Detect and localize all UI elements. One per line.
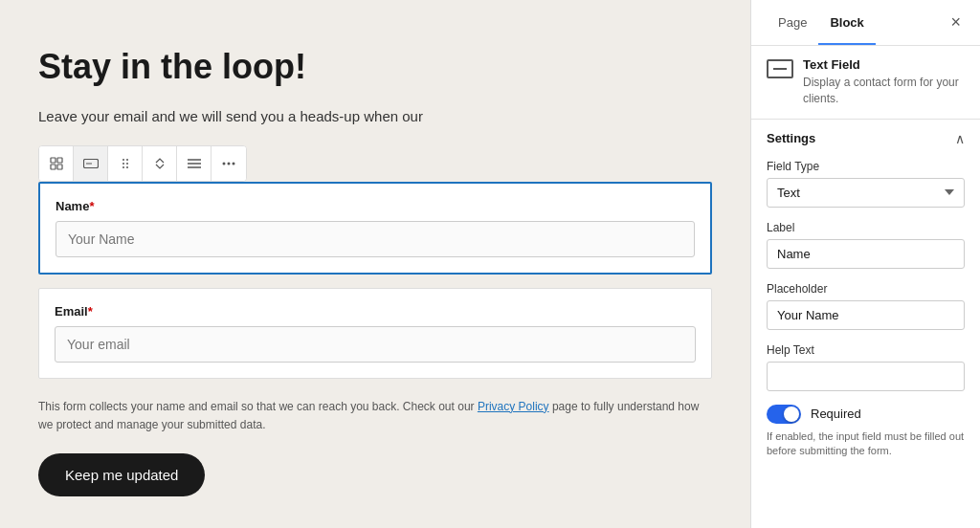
toolbar-arrows-btn[interactable] <box>143 146 177 181</box>
close-button[interactable]: × <box>947 9 965 36</box>
privacy-text: This form collects your name and email s… <box>38 398 712 434</box>
svg-rect-1 <box>57 158 62 163</box>
settings-title: Settings <box>767 131 815 145</box>
svg-point-8 <box>122 163 124 165</box>
svg-point-9 <box>126 163 128 165</box>
name-field-block: Name* <box>38 182 712 275</box>
label-field-label: Label <box>767 221 965 234</box>
name-field-group: Name* <box>56 199 695 257</box>
svg-point-15 <box>223 162 226 165</box>
toolbar-more-btn[interactable] <box>212 146 246 181</box>
right-panel: Page Block × Text Field Display a contac… <box>750 0 980 528</box>
left-panel: Stay in the loop! Leave your email and w… <box>0 0 750 528</box>
block-details: Text Field Display a contact form for yo… <box>803 57 965 107</box>
block-toolbar <box>38 145 247 182</box>
subtitle: Leave your email and we will send you a … <box>38 106 712 128</box>
panel-header: Page Block × <box>751 0 980 46</box>
text-field-icon <box>767 59 793 78</box>
svg-rect-2 <box>51 165 56 169</box>
help-text-label: Help Text <box>767 343 965 357</box>
block-info: Text Field Display a contact form for yo… <box>751 46 980 120</box>
label-group: Label <box>767 221 965 269</box>
name-input[interactable] <box>56 221 695 257</box>
label-input[interactable] <box>767 239 965 269</box>
submit-button[interactable]: Keep me updated <box>38 453 205 496</box>
block-title: Text Field <box>803 57 965 72</box>
svg-point-16 <box>228 162 231 165</box>
field-type-select[interactable]: Text Email Number URL Tel <box>767 178 965 208</box>
svg-rect-0 <box>51 158 56 163</box>
toolbar-grid-btn[interactable] <box>39 146 74 181</box>
privacy-policy-link[interactable]: Privacy Policy <box>478 400 549 413</box>
svg-point-10 <box>122 166 124 168</box>
chevron-up-icon[interactable]: ∧ <box>955 131 965 146</box>
block-description: Display a contact form for your clients. <box>803 75 965 107</box>
email-field-block: Email* <box>38 288 712 379</box>
placeholder-group: Placeholder <box>767 282 965 330</box>
field-type-group: Field Type Text Email Number URL Tel <box>767 160 965 208</box>
field-type-label: Field Type <box>767 160 965 173</box>
placeholder-label: Placeholder <box>767 282 965 296</box>
svg-point-6 <box>122 159 124 161</box>
placeholder-input[interactable] <box>767 300 965 330</box>
required-label: Required <box>811 407 861 421</box>
toggle-knob <box>784 407 799 422</box>
tab-page[interactable]: Page <box>767 2 818 45</box>
required-help-text: If enabled, the input field must be fill… <box>767 429 965 459</box>
name-label: Name* <box>56 199 695 213</box>
toolbar-drag-btn[interactable] <box>108 146 143 181</box>
svg-point-11 <box>126 166 128 168</box>
help-text-input[interactable] <box>767 362 965 391</box>
email-input[interactable] <box>55 326 696 363</box>
toolbar-field-btn[interactable] <box>74 146 108 181</box>
toolbar-align-btn[interactable] <box>177 146 212 181</box>
svg-point-17 <box>233 162 235 165</box>
settings-section: Settings ∧ Field Type Text Email Number … <box>751 120 980 471</box>
settings-header: Settings ∧ <box>767 131 965 146</box>
svg-point-7 <box>126 159 128 161</box>
svg-rect-3 <box>57 165 62 169</box>
required-row: Required <box>767 405 965 424</box>
email-label: Email* <box>55 304 696 319</box>
tab-block[interactable]: Block <box>818 2 875 45</box>
email-field-group: Email* <box>55 304 696 363</box>
required-toggle[interactable] <box>767 405 801 424</box>
page-title: Stay in the loop! <box>38 46 712 87</box>
help-text-group: Help Text <box>767 343 965 391</box>
